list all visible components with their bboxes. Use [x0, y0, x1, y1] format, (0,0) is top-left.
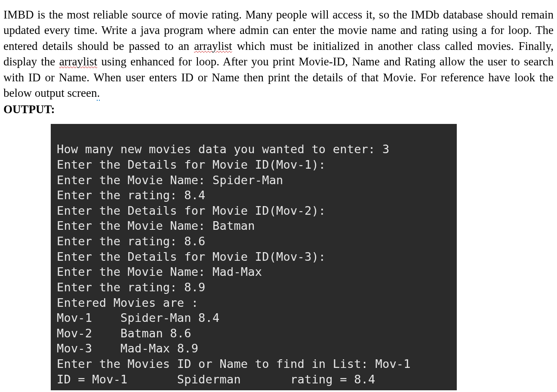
terminal-line: Enter the Details for Movie ID(Mov-3):	[57, 250, 326, 263]
terminal-line: Enter the rating: 8.6	[57, 235, 206, 248]
spellcheck-underline-arraylist-2: arraylist	[59, 55, 97, 68]
terminal-line: Enter the rating: 8.9	[57, 281, 206, 294]
terminal-line: Entered Movies are :	[57, 296, 198, 309]
trailing-dotted-mark: .	[97, 86, 100, 101]
terminal-line: ID = Mov-1 Spiderman rating = 8.4	[57, 373, 375, 386]
terminal-line: Mov-1 Spider-Man 8.4	[57, 311, 219, 324]
terminal-line: Enter the Details for Movie ID(Mov-2):	[57, 204, 326, 217]
output-heading: OUTPUT:	[3, 103, 554, 116]
terminal-line: Enter the rating: 8.4	[57, 188, 206, 202]
terminal-line: Enter the Movie Name: Batman	[57, 219, 255, 232]
terminal-line: Enter the Movie Name: Mad-Max	[57, 265, 262, 278]
terminal-output: How many new movies data you wanted to e…	[51, 124, 457, 391]
terminal-line: Enter the Movies ID or Name to find in L…	[57, 357, 411, 370]
terminal-line: Enter the Movie Name: Spider-Man	[57, 173, 283, 187]
problem-statement: IMBD is the most reliable source of movi…	[3, 7, 554, 101]
spellcheck-underline-arraylist-1: arraylist	[194, 40, 232, 52]
terminal-line: Enter the Details for Movie ID(Mov-1):	[57, 158, 326, 171]
terminal-line: How many new movies data you wanted to e…	[57, 142, 389, 156]
terminal-line: Mov-2 Batman 8.6	[57, 327, 191, 340]
terminal-line: Mov-3 Mad-Max 8.9	[57, 342, 198, 355]
